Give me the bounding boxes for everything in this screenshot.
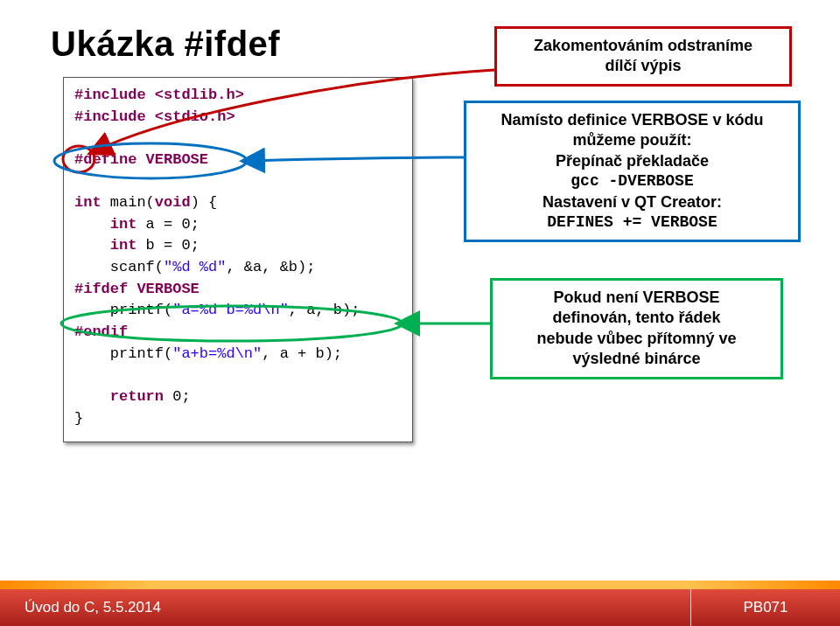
footer: Úvod do C, 5.5.2014 PB071 xyxy=(0,581,840,626)
annotation-line: můžeme použít: xyxy=(479,130,786,150)
code-token: 0; xyxy=(164,388,191,405)
annotation-comment-out: Zakomentováním odstraníme dílčí výpis xyxy=(494,26,792,87)
code-block: #include <stdlib.h> #include <stdio.h> #… xyxy=(63,77,413,442)
annotation-line: gcc -DVERBOSE xyxy=(479,171,786,191)
code-line: #endif xyxy=(74,323,128,340)
annotation-not-defined: Pokud není VERBOSE definován, tento řáde… xyxy=(490,278,783,379)
footer-right-text: PB071 xyxy=(691,589,840,626)
code-token: scanf( xyxy=(74,259,164,275)
annotation-line: DEFINES += VERBOSE xyxy=(479,212,786,233)
code-token: "a+b=%d\n" xyxy=(172,345,262,362)
annotation-line: nebude vůbec přítomný ve xyxy=(505,329,768,349)
code-token: int xyxy=(74,216,136,233)
annotation-line: definován, tento řádek xyxy=(505,308,768,328)
code-token: ) { xyxy=(191,194,218,211)
annotation-line: Zakomentováním odstraníme xyxy=(509,36,777,56)
footer-accent-bar xyxy=(0,581,840,589)
code-token: , &a, &b); xyxy=(226,259,315,275)
annotation-line: Nastavení v QT Creator: xyxy=(479,192,786,212)
code-token: , a + b); xyxy=(262,345,342,362)
annotation-line: Pokud není VERBOSE xyxy=(505,288,768,308)
code-line: #include xyxy=(74,108,155,125)
code-token: main( xyxy=(102,194,155,211)
slide: Ukázka #ifdef #include <stdlib.h> #inclu… xyxy=(0,0,840,626)
code-token: printf( xyxy=(74,302,172,318)
code-token: return xyxy=(74,388,164,405)
code-token: b = 0; xyxy=(136,237,199,254)
code-token: int xyxy=(74,237,136,254)
annotation-line: Namísto definice VERBOSE v kódu xyxy=(479,110,786,130)
code-token: void xyxy=(155,194,191,211)
code-token: "%d %d" xyxy=(164,259,226,275)
code-line: #include xyxy=(74,87,155,103)
code-line: #ifdef VERBOSE xyxy=(74,281,200,297)
code-token: <stdio.h> xyxy=(155,108,235,125)
code-token: a = 0; xyxy=(136,216,199,233)
annotation-line: Přepínač překladače xyxy=(479,151,786,171)
code-token: <stdlib.h> xyxy=(155,87,244,103)
code-token: printf( xyxy=(74,345,172,362)
code-line: } xyxy=(74,410,83,427)
code-token: , a, b); xyxy=(289,302,360,318)
slide-title: Ukázka #ifdef xyxy=(51,24,280,64)
code-token: int xyxy=(74,194,102,211)
footer-left-text: Úvod do C, 5.5.2014 xyxy=(0,589,690,626)
code-token: "a=%d b=%d\n" xyxy=(172,302,289,318)
code-line: #define VERBOSE xyxy=(74,151,208,168)
annotation-line: dílčí výpis xyxy=(509,56,777,76)
annotation-line: výsledné binárce xyxy=(505,349,768,369)
annotation-verbose-define: Namísto definice VERBOSE v kódu můžeme p… xyxy=(464,101,801,242)
